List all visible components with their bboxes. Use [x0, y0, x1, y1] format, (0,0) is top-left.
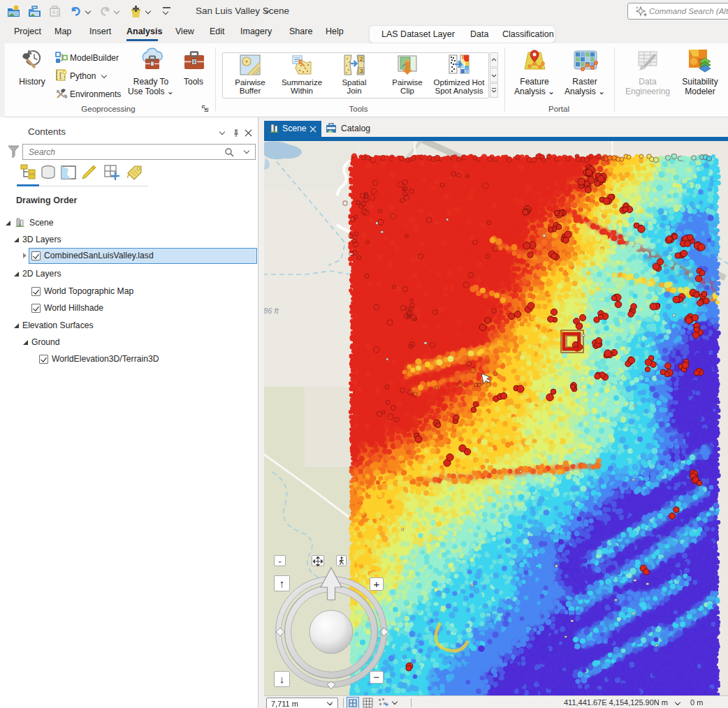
svg-text:586 ft: 586 ft [264, 307, 279, 315]
svg-text:3: 3 [360, 68, 363, 74]
svg-text:2: 2 [360, 56, 363, 62]
